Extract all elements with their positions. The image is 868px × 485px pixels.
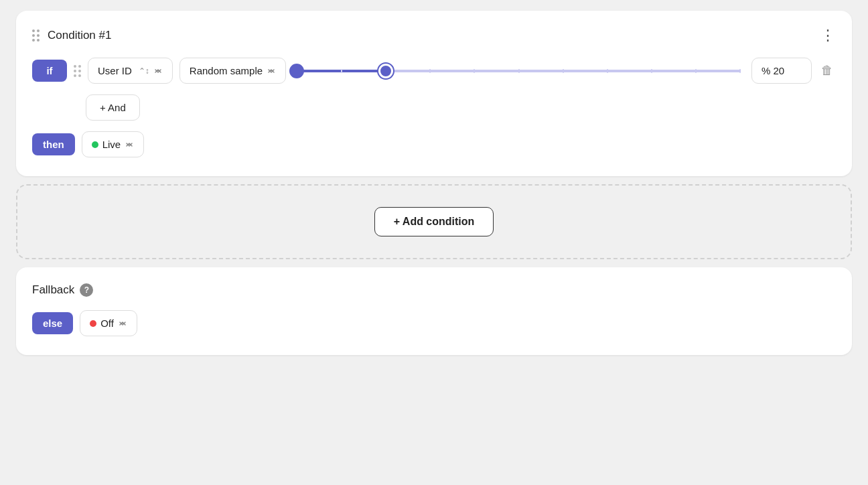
user-id-select[interactable]: User ID ⌃↕ <box>88 58 173 84</box>
and-button[interactable]: + And <box>86 94 140 121</box>
more-options-icon[interactable]: ⋮ <box>820 27 836 44</box>
then-badge: then <box>32 133 75 155</box>
slider-track <box>297 70 741 72</box>
off-select[interactable]: Off <box>80 310 137 336</box>
chevron-down-icon: ⌃↕ <box>139 66 149 76</box>
delete-condition-icon[interactable]: 🗑 <box>818 61 836 80</box>
then-row: then Live <box>32 131 836 157</box>
off-status-dot <box>90 320 96 327</box>
add-condition-button[interactable]: + Add condition <box>374 207 494 236</box>
else-badge: else <box>32 312 73 334</box>
drag-handle[interactable] <box>32 29 40 42</box>
sample-slider[interactable] <box>293 70 745 72</box>
chevron-icon <box>267 66 276 76</box>
chevron-icon <box>153 66 163 76</box>
slider-thumb-left[interactable] <box>289 64 304 78</box>
fallback-header: Fallback ? <box>32 283 836 297</box>
add-condition-area: + Add condition <box>16 184 852 259</box>
chevron-icon <box>125 140 134 149</box>
if-row: if User ID ⌃↕ Random sample <box>32 58 836 84</box>
help-icon[interactable]: ? <box>80 283 93 297</box>
slider-thumb-right[interactable] <box>378 64 393 78</box>
card-header: Condition #1 ⋮ <box>32 27 836 44</box>
random-sample-label: Random sample <box>190 65 263 76</box>
off-label: Off <box>100 318 114 329</box>
live-status-dot <box>92 141 98 148</box>
slider-fill <box>297 70 386 72</box>
fallback-title: Fallback <box>32 283 74 297</box>
else-row: else Off <box>32 310 836 336</box>
row-drag-handle[interactable] <box>74 65 81 77</box>
condition-title: Condition #1 <box>48 29 111 42</box>
if-badge: if <box>32 60 67 82</box>
user-id-label: User ID <box>98 65 132 76</box>
chevron-icon <box>118 319 127 328</box>
random-sample-select[interactable]: Random sample <box>179 58 286 84</box>
card-title-area: Condition #1 <box>32 29 111 42</box>
condition-1-card: Condition #1 ⋮ if User ID ⌃↕ Random samp… <box>16 11 852 176</box>
live-select[interactable]: Live <box>82 131 145 157</box>
fallback-card: Fallback ? else Off <box>16 267 852 355</box>
live-label: Live <box>102 139 121 150</box>
percent-value[interactable]: % 20 <box>751 58 812 84</box>
